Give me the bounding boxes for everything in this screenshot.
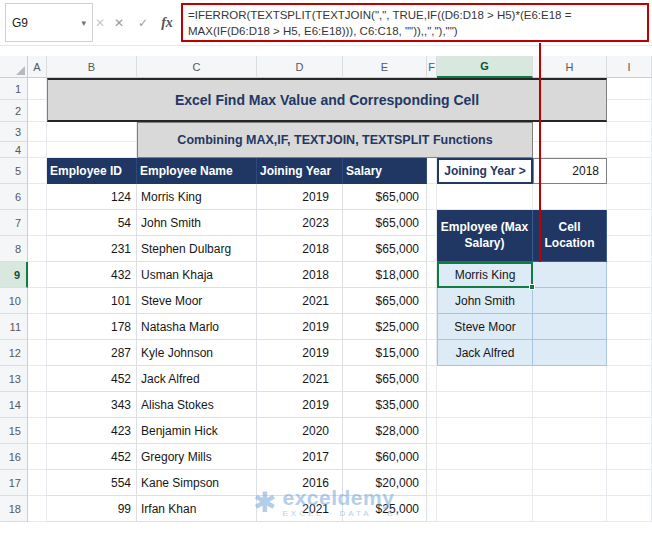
annotation-line	[539, 43, 541, 262]
cell-employee-name[interactable]: Kane Simpson	[137, 470, 257, 496]
cell-employee-name[interactable]: Alisha Stokes	[137, 392, 257, 418]
formula-bar-grip-icon: ✕	[93, 3, 107, 42]
cell-joining-year[interactable]: 2019	[257, 314, 343, 340]
cell-salary[interactable]: $65,000	[343, 236, 427, 262]
cell-joining-year[interactable]: 2021	[257, 288, 343, 314]
cell-employee-id[interactable]: 124	[47, 184, 137, 210]
cell-salary[interactable]: $65,000	[343, 288, 427, 314]
cell-joining-year[interactable]: 2019	[257, 340, 343, 366]
cell-salary[interactable]: $25,000	[343, 496, 427, 522]
cell-salary[interactable]: $25,000	[343, 314, 427, 340]
result-employee-name[interactable]: Jack Alfred	[437, 340, 533, 366]
cell-employee-id[interactable]: 101	[47, 288, 137, 314]
enter-icon[interactable]: ✓	[131, 3, 155, 42]
cell-joining-year[interactable]: 2019	[257, 184, 343, 210]
cell-joining-year[interactable]: 2023	[257, 210, 343, 236]
result-employee-name[interactable]: Steve Moor	[437, 314, 533, 340]
cell-employee-id[interactable]: 554	[47, 470, 137, 496]
cell-employee-id[interactable]: 231	[47, 236, 137, 262]
main-table-header-1: Employee ID	[47, 158, 137, 184]
cell-salary[interactable]: $18,000	[343, 262, 427, 288]
cell-employee-id[interactable]: 423	[47, 418, 137, 444]
cell-employee-name[interactable]: Kyle Johnson	[137, 340, 257, 366]
formula-line-1: =IFERROR(TEXTSPLIT(TEXTJOIN(",", TRUE,IF…	[188, 7, 642, 23]
cell-joining-year[interactable]: 2017	[257, 444, 343, 470]
main-title: Excel Find Max Value and Corresponding C…	[47, 78, 607, 122]
name-box-cell-ref: G9	[12, 16, 28, 30]
result-cell-location[interactable]	[533, 340, 607, 366]
cell-joining-year[interactable]: 2016	[257, 470, 343, 496]
cell-employee-id[interactable]: 287	[47, 340, 137, 366]
worksheet: ABCDEFGHI123456789101112131415161718 Exc…	[0, 56, 652, 522]
cell-salary[interactable]: $65,000	[343, 184, 427, 210]
cell-employee-name[interactable]: Irfan Khan	[137, 496, 257, 522]
cell-salary[interactable]: $15,000	[343, 340, 427, 366]
cell-employee-name[interactable]: Benjamin Hick	[137, 418, 257, 444]
insert-function-icon[interactable]: fx	[155, 3, 179, 42]
cancel-icon[interactable]: ✕	[107, 3, 131, 42]
result-cell-location[interactable]	[533, 262, 607, 288]
name-box[interactable]: G9 ▾	[5, 3, 93, 42]
cell-salary[interactable]: $35,000	[343, 392, 427, 418]
cell-employee-name[interactable]: Natasha Marlo	[137, 314, 257, 340]
cell-employee-name[interactable]: Gregory Mills	[137, 444, 257, 470]
formula-line-2: MAX(IF(D6:D18 > H5, E6:E18))), C6:C18, "…	[188, 23, 642, 39]
formula-bar: G9 ▾ ✕ ✕ ✓ fx =IFERROR(TEXTSPLIT(TEXTJOI…	[0, 0, 652, 46]
cell-employee-id[interactable]: 178	[47, 314, 137, 340]
result-cell-location[interactable]	[533, 288, 607, 314]
cell-employee-name[interactable]: Jack Alfred	[137, 366, 257, 392]
main-table-header-3: Joining Year	[257, 158, 343, 184]
criteria-value-cell[interactable]: 2018	[533, 158, 607, 184]
result-employee-name[interactable]: Morris King	[437, 262, 533, 288]
main-table-header-2: Employee Name	[137, 158, 257, 184]
cell-joining-year[interactable]: 2018	[257, 262, 343, 288]
sheet-content: Excel Find Max Value and Corresponding C…	[0, 56, 652, 522]
cell-joining-year[interactable]: 2021	[257, 496, 343, 522]
excel-window: G9 ▾ ✕ ✕ ✓ fx =IFERROR(TEXTSPLIT(TEXTJOI…	[0, 0, 652, 549]
result-employee-name[interactable]: John Smith	[437, 288, 533, 314]
formula-input[interactable]: =IFERROR(TEXTSPLIT(TEXTJOIN(",", TRUE,IF…	[181, 3, 649, 42]
cell-employee-name[interactable]: Steve Moor	[137, 288, 257, 314]
result-header-location: Cell Location	[533, 210, 607, 262]
cell-joining-year[interactable]: 2021	[257, 366, 343, 392]
cell-employee-name[interactable]: Morris King	[137, 184, 257, 210]
cell-employee-id[interactable]: 54	[47, 210, 137, 236]
main-table-header-4: Salary	[343, 158, 427, 184]
cell-salary[interactable]: $65,000	[343, 210, 427, 236]
chevron-down-icon[interactable]: ▾	[81, 18, 86, 28]
cell-employee-id[interactable]: 432	[47, 262, 137, 288]
cell-employee-id[interactable]: 452	[47, 366, 137, 392]
cell-joining-year[interactable]: 2020	[257, 418, 343, 444]
cell-salary[interactable]: $60,000	[343, 444, 427, 470]
cell-joining-year[interactable]: 2019	[257, 392, 343, 418]
cell-employee-name[interactable]: Usman Khaja	[137, 262, 257, 288]
criteria-label-cell[interactable]: Joining Year >	[437, 158, 533, 184]
cell-salary[interactable]: $20,000	[343, 470, 427, 496]
cell-employee-id[interactable]: 343	[47, 392, 137, 418]
subtitle: Combining MAX,IF, TEXTJOIN, TEXTSPLIT Fu…	[137, 122, 533, 158]
cell-employee-name[interactable]: John Smith	[137, 210, 257, 236]
cell-salary[interactable]: $28,000	[343, 418, 427, 444]
cell-salary[interactable]: $65,000	[343, 366, 427, 392]
cell-joining-year[interactable]: 2018	[257, 236, 343, 262]
cell-employee-id[interactable]: 452	[47, 444, 137, 470]
result-header-employee: Employee (Max Salary)	[437, 210, 533, 262]
cell-employee-id[interactable]: 99	[47, 496, 137, 522]
result-cell-location[interactable]	[533, 314, 607, 340]
cell-employee-name[interactable]: Stephen Dulbarg	[137, 236, 257, 262]
